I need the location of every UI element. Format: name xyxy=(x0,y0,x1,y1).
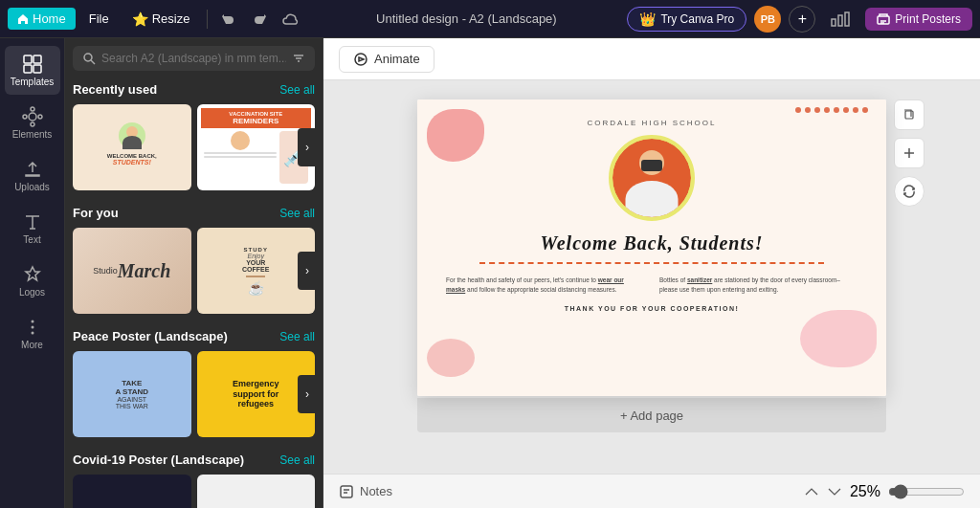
recently-used-see-all[interactable]: See all xyxy=(279,83,315,97)
poster-headline: Welcome Back, Students! xyxy=(436,232,867,254)
templates-panel: Recently used See all WELCOME BACK, STUD… xyxy=(65,38,323,508)
search-icon xyxy=(82,52,96,65)
svg-rect-4 xyxy=(24,55,32,63)
text-label: Text xyxy=(23,234,40,245)
poster-thank-you: THANK YOU FOR YOUR COOPERATION! xyxy=(436,305,867,312)
animate-button[interactable]: Animate xyxy=(339,46,434,73)
svg-point-12 xyxy=(23,115,27,119)
template-covid-1[interactable]: CORONAVIRUS xyxy=(73,475,191,508)
recently-used-next-arrow[interactable]: › xyxy=(298,128,317,166)
dot-2 xyxy=(805,107,811,113)
dot-8 xyxy=(862,107,868,113)
for-you-grid: Studio March STUDY Enjoy YOUR COFFEE ☕ xyxy=(73,228,315,314)
for-you-next-arrow[interactable]: › xyxy=(298,252,317,290)
canvas-toolbar: Animate xyxy=(323,38,980,80)
file-button[interactable]: File xyxy=(79,8,119,30)
elements-label: Elements xyxy=(12,129,53,140)
resize-button[interactable]: ⭐ Resize xyxy=(122,8,200,31)
animate-label: Animate xyxy=(374,52,420,66)
add-page-bar[interactable]: + Add page xyxy=(417,398,886,432)
svg-rect-25 xyxy=(341,486,352,497)
file-label: File xyxy=(89,11,109,26)
recently-used-title: Recently used xyxy=(73,82,157,97)
dot-6 xyxy=(843,107,849,113)
try-pro-button[interactable]: 👑 Try Canva Pro xyxy=(627,7,746,32)
notes-button[interactable]: Notes xyxy=(339,484,392,499)
for-you-see-all[interactable]: See all xyxy=(279,207,315,220)
add-page-label: + Add page xyxy=(620,409,683,423)
svg-point-14 xyxy=(31,326,33,329)
document-title: Untitled design - A2 (Landscape) xyxy=(309,11,623,26)
svg-rect-6 xyxy=(24,65,32,73)
sidebar-item-elements[interactable]: Elements xyxy=(5,99,60,147)
poster-avatar-wrap xyxy=(436,135,867,221)
redo-button[interactable] xyxy=(246,8,273,31)
dot-7 xyxy=(853,107,858,113)
copy-page-button[interactable] xyxy=(894,99,924,130)
for-you-title: For you xyxy=(73,206,119,220)
undo-button[interactable] xyxy=(215,8,242,31)
orange-dots-decoration xyxy=(795,107,872,113)
notes-icon xyxy=(339,484,354,499)
zoom-slider[interactable] xyxy=(888,484,965,499)
recently-used-grid: WELCOME BACK, STUDENTS! VACCINATION SITE… xyxy=(73,104,315,190)
canvas-page-wrapper: CORDALE HIGH SCHOOL xyxy=(417,99,886,432)
dot-1 xyxy=(795,107,801,113)
refresh-button[interactable] xyxy=(894,176,924,207)
covid-poster-title: Covid-19 Poster (Landscape) xyxy=(73,453,244,467)
zoom-controls: 25% xyxy=(804,483,965,500)
cloud-save-button[interactable] xyxy=(277,9,305,30)
chevron-down-icon xyxy=(827,487,842,497)
recently-used-section-header: Recently used See all xyxy=(73,82,315,97)
home-button[interactable]: Home xyxy=(8,8,76,30)
avatar[interactable]: PB xyxy=(754,6,781,33)
poster-left-text: For the health and safety of our peers, … xyxy=(446,276,624,293)
svg-rect-2 xyxy=(845,12,849,26)
add-element-button[interactable] xyxy=(894,138,924,168)
sidebar-item-logos[interactable]: Logos xyxy=(5,256,60,305)
peace-poster-see-all[interactable]: See all xyxy=(279,330,315,343)
analytics-button[interactable] xyxy=(823,8,858,31)
main-layout: Templates Elements Uploads Text Logos Mo… xyxy=(0,38,980,508)
pink-right-shape xyxy=(800,310,877,367)
sidebar-item-uploads[interactable]: Uploads xyxy=(5,151,60,200)
svg-point-10 xyxy=(38,115,42,119)
sidebar-item-text[interactable]: Text xyxy=(5,204,60,253)
template-covid-2[interactable]: COVID-19 INFO xyxy=(197,475,316,508)
svg-rect-7 xyxy=(33,65,41,73)
sanitizer-text: sanitizer xyxy=(687,276,712,283)
canvas-page[interactable]: CORDALE HIGH SCHOOL xyxy=(417,99,886,396)
sidebar-item-templates[interactable]: Templates xyxy=(5,46,60,95)
poster-body-right: Bottles of sanitizer are stationed by th… xyxy=(659,276,858,296)
wear-masks-text: wear our masks xyxy=(446,276,624,293)
svg-rect-1 xyxy=(838,15,842,26)
page-controls xyxy=(894,99,924,168)
svg-point-9 xyxy=(31,107,34,111)
notes-label: Notes xyxy=(360,484,392,498)
templates-label: Templates xyxy=(11,77,55,87)
nav-right-actions: 👑 Try Canva Pro PB + Print Posters xyxy=(627,6,972,33)
sidebar-item-more[interactable]: More xyxy=(5,309,60,358)
dot-5 xyxy=(834,107,839,113)
svg-rect-0 xyxy=(832,19,835,26)
search-bar xyxy=(73,46,315,71)
plus-button[interactable]: + xyxy=(789,6,815,33)
nav-divider-1 xyxy=(207,10,208,29)
covid-see-all[interactable]: See all xyxy=(279,453,315,467)
peace-next-arrow[interactable]: › xyxy=(298,375,317,413)
covid-section-header: Covid-19 Poster (Landscape) See all xyxy=(73,453,315,467)
logos-label: Logos xyxy=(19,287,45,298)
svg-point-11 xyxy=(31,122,34,126)
peace-poster-grid: TAKE A STAND AGAINST THIS WAR Emergencys… xyxy=(73,351,315,437)
canvas-area: Animate xyxy=(323,38,980,508)
svg-point-16 xyxy=(84,54,92,61)
resize-label: Resize xyxy=(152,11,190,26)
template-take-stand[interactable]: TAKE A STAND AGAINST THIS WAR xyxy=(73,351,191,437)
template-welcome-students[interactable]: WELCOME BACK, STUDENTS! xyxy=(73,104,191,190)
template-studio-march[interactable]: Studio March xyxy=(73,228,191,314)
print-posters-button[interactable]: Print Posters xyxy=(865,8,972,31)
canvas-scroll[interactable]: CORDALE HIGH SCHOOL xyxy=(323,80,980,508)
search-input[interactable] xyxy=(101,52,286,65)
chevron-up-icon xyxy=(804,487,819,497)
top-navigation: Home File ⭐ Resize Untitled design - A2 … xyxy=(0,0,980,38)
